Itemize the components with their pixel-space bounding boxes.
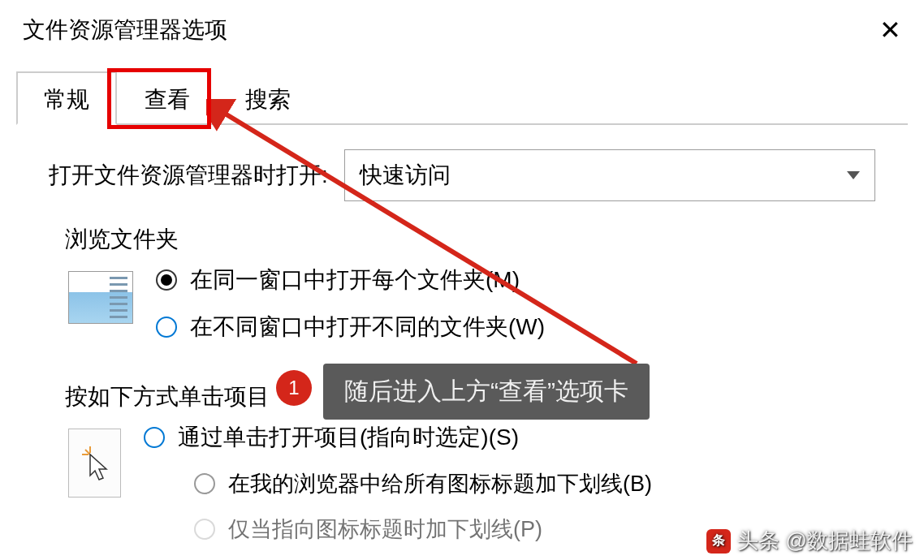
dropdown-value: 快速访问 [360, 160, 451, 191]
radio-icon [144, 427, 165, 448]
radio-icon [156, 317, 177, 338]
browse-folders-legend: 浏览文件夹 [65, 224, 875, 255]
radio-label: 在不同窗口中打开不同的文件夹(W) [190, 312, 545, 342]
radio-single-click[interactable]: 通过单击打开项目(指向时选定)(S) [144, 422, 652, 453]
cursor-icon [68, 429, 121, 498]
radio-underline-point[interactable]: 仅当指向图标标题时加下划线(P) [144, 515, 652, 544]
radio-icon [194, 519, 215, 540]
radio-label: 在我的浏览器中给所有图标标题加下划线(B) [228, 469, 652, 498]
watermark: 条 头条 @数据蛙软件 [706, 527, 913, 555]
tab-view[interactable]: 查看 [117, 71, 218, 125]
open-with-dropdown[interactable]: 快速访问 [344, 149, 875, 201]
radio-label: 在同一窗口中打开每个文件夹(M) [190, 265, 520, 295]
radio-underline-all[interactable]: 在我的浏览器中给所有图标标题加下划线(B) [144, 469, 652, 498]
chevron-down-icon [847, 171, 860, 179]
watermark-text: 头条 @数据蛙软件 [737, 527, 913, 555]
tab-general[interactable]: 常规 [16, 71, 117, 125]
open-with-label: 打开文件资源管理器时打开: [49, 160, 328, 191]
watermark-logo-icon: 条 [706, 529, 731, 554]
radio-icon [156, 269, 177, 291]
radio-icon [194, 473, 215, 494]
click-items-legend: 按如下方式单击项目 [65, 381, 875, 412]
close-icon[interactable]: ✕ [879, 15, 901, 45]
radio-same-window[interactable]: 在同一窗口中打开每个文件夹(M) [156, 265, 545, 295]
folder-window-icon [68, 271, 133, 324]
tab-bar: 常规 查看 搜索 [16, 60, 908, 125]
window-title: 文件资源管理器选项 [23, 15, 227, 45]
radio-label: 仅当指向图标标题时加下划线(P) [228, 515, 542, 544]
radio-label: 通过单击打开项目(指向时选定)(S) [178, 422, 519, 453]
radio-diff-window[interactable]: 在不同窗口中打开不同的文件夹(W) [156, 312, 545, 342]
tab-search[interactable]: 搜索 [218, 71, 318, 125]
